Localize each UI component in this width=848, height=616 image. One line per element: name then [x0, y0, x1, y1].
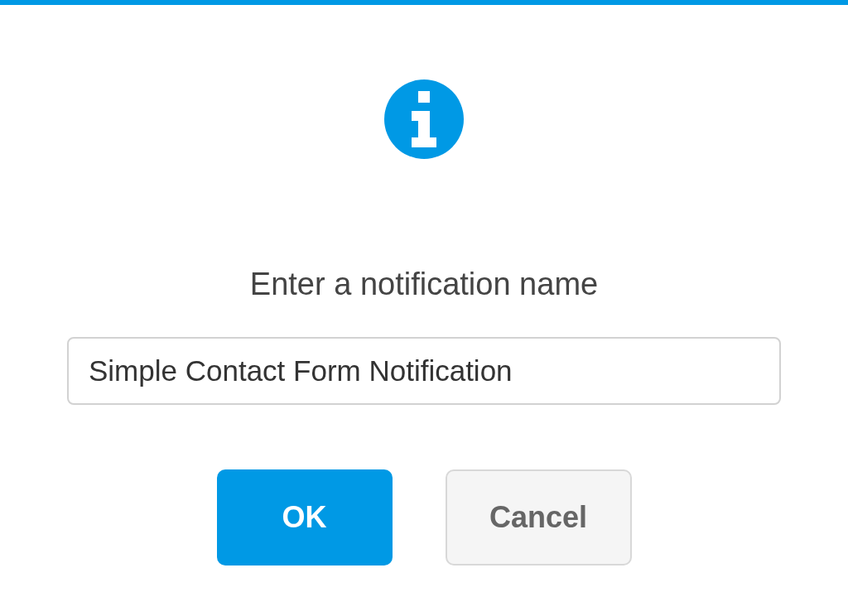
- svg-rect-0: [418, 91, 430, 103]
- info-icon: [384, 79, 464, 159]
- notification-name-input[interactable]: [67, 337, 781, 405]
- dialog-container: Enter a notification name OK Cancel: [0, 5, 848, 565]
- button-row: OK Cancel: [217, 469, 632, 565]
- dialog-title: Enter a notification name: [250, 267, 598, 302]
- info-glyph: [405, 91, 443, 147]
- cancel-button[interactable]: Cancel: [446, 469, 632, 565]
- ok-button[interactable]: OK: [217, 469, 393, 565]
